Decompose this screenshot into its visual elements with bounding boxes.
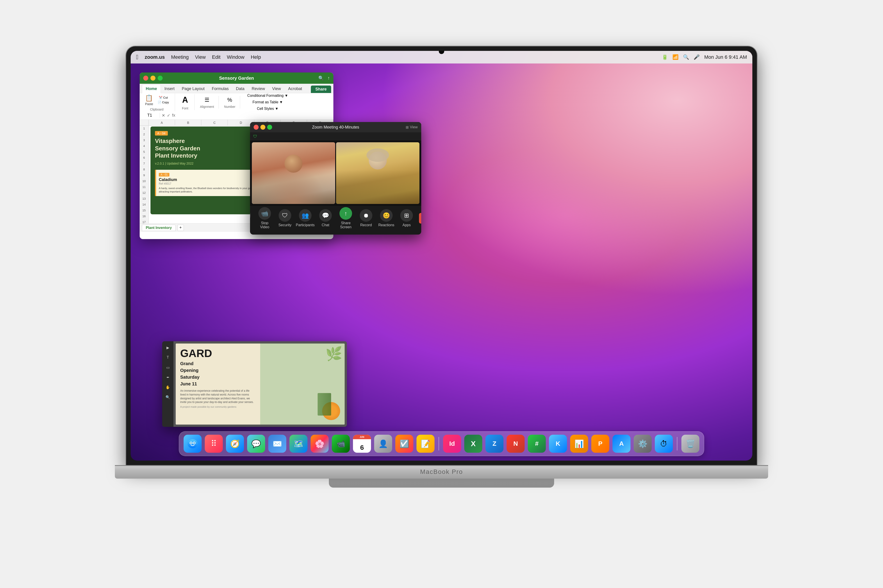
copy-button[interactable]: 📄 Copy — [156, 100, 170, 105]
pen-tool[interactable]: ✒ — [164, 373, 172, 381]
paste-button[interactable]: 📋 Paste — [143, 93, 155, 107]
news-icon: N — [513, 440, 518, 447]
record-button[interactable]: ⏺ Record — [358, 209, 374, 227]
dock-reminders[interactable]: ☑️ — [395, 435, 413, 453]
indesign-icon: Id — [450, 440, 455, 447]
help-menu[interactable]: Help — [251, 54, 261, 60]
security-button[interactable]: 🛡 Security — [277, 209, 293, 227]
apple-logo-icon[interactable]:  — [136, 54, 138, 61]
cut-button[interactable]: ✂️ Cut — [156, 96, 170, 100]
close-button[interactable] — [143, 76, 148, 81]
dock-trash[interactable]: 🗑️ — [681, 435, 699, 453]
meeting-menu[interactable]: Meeting — [171, 54, 188, 60]
rect-tool[interactable]: ▭ — [164, 363, 172, 372]
fx-icon[interactable]: fx — [172, 113, 175, 118]
dock-calendar[interactable]: JUN 6 — [353, 435, 371, 453]
excel-titlebar: Sensory Garden 🔍 ↑ — [140, 72, 333, 84]
apps-button[interactable]: ⊞ Apps — [399, 209, 414, 227]
dock-photos[interactable]: 🌸 — [311, 435, 329, 453]
dock-settings[interactable]: ⚙️ — [634, 435, 652, 453]
plant-inventory-tab[interactable]: Plant Inventory — [142, 225, 176, 231]
dock-indesign[interactable]: Id — [443, 435, 461, 453]
tab-page-layout[interactable]: Page Layout — [178, 85, 208, 93]
font-selector[interactable]: A — [181, 94, 190, 106]
search-icon[interactable]: 🔍 — [318, 75, 324, 81]
share-icon[interactable]: ↑ — [328, 75, 330, 81]
share-screen-button[interactable]: ↑ Share Screen — [338, 207, 354, 229]
zoom-minimize-button[interactable] — [260, 125, 265, 130]
tab-formulas[interactable]: Formulas — [208, 85, 232, 93]
dock-numbers[interactable]: # — [528, 435, 546, 453]
tab-home[interactable]: Home — [142, 84, 161, 93]
dock-keynote[interactable]: K — [549, 435, 567, 453]
dock-launchpad[interactable]: ⠿ — [205, 435, 223, 453]
cell-reference[interactable]: T1 — [142, 113, 160, 118]
tab-acrobat[interactable]: Acrobat — [284, 85, 306, 93]
dock-bars[interactable]: 📊 — [570, 435, 588, 453]
stop-video-button[interactable]: 📹 Stop Video — [257, 207, 272, 229]
reactions-button[interactable]: 😊 Reactions — [378, 209, 394, 227]
mail-icon: ✉️ — [272, 439, 282, 448]
cancel-formula-icon[interactable]: ✕ — [162, 113, 165, 118]
confirm-formula-icon[interactable]: ✓ — [167, 113, 170, 118]
dock-screentime[interactable]: ⏱ — [655, 435, 673, 453]
messages-icon: 💬 — [251, 439, 261, 448]
badge-a04: A - 04 — [155, 131, 168, 135]
dock-safari[interactable]: 🧭 — [226, 435, 244, 453]
chat-button[interactable]: 💬 Chat — [317, 209, 333, 227]
indesign-inner: ▶ T ▭ ✒ ✋ 🔍 GARD — [162, 341, 347, 427]
text-tool[interactable]: T — [164, 353, 172, 362]
dock-excel[interactable]: X — [464, 435, 482, 453]
fullscreen-button[interactable] — [158, 76, 162, 81]
participant-1-video — [252, 142, 335, 204]
participant-2 — [336, 142, 420, 204]
indesign-window[interactable]: ▶ T ▭ ✒ ✋ 🔍 GARD — [162, 341, 347, 427]
tab-review[interactable]: Review — [248, 85, 269, 93]
format-as-table-button[interactable]: Format as Table ▼ — [245, 99, 290, 105]
conditional-formatting-button[interactable]: Conditional Formatting ▼ — [245, 93, 290, 99]
dock-finder[interactable] — [184, 435, 202, 453]
zoom-tool[interactable]: 🔍 — [164, 393, 172, 401]
window-menu[interactable]: Window — [227, 54, 244, 60]
zoom-view-button[interactable]: ⊞ View — [406, 125, 418, 129]
apps-label: Apps — [403, 223, 411, 227]
dock-facetime[interactable]: 📹 — [332, 435, 350, 453]
dock-notes[interactable]: 📝 — [417, 435, 435, 453]
reactions-label: Reactions — [378, 223, 394, 227]
col-b-header: B — [175, 120, 202, 125]
zoom-fullscreen-button[interactable] — [267, 125, 272, 130]
hand-tool[interactable]: ✋ — [164, 383, 172, 391]
share-button[interactable]: Share — [311, 86, 331, 93]
align-button[interactable]: ☰ — [203, 96, 211, 104]
number-format-button[interactable]: % — [226, 96, 234, 104]
dock-maps[interactable]: 🗺️ — [289, 435, 307, 453]
mute-button[interactable]: 🎤 Mute — [250, 209, 252, 227]
dock-pages[interactable]: P — [591, 435, 609, 453]
clock: Mon Jun 6 9:41 AM — [704, 54, 747, 60]
select-tool[interactable]: ▶ — [164, 344, 172, 352]
font-group: A Font — [181, 94, 195, 110]
hinge-line — [115, 465, 768, 466]
alignment-label: Alignment — [200, 105, 214, 108]
dock-messages[interactable]: 💬 — [247, 435, 265, 453]
zoom-window[interactable]: Zoom Meeting 40-Minutes ⊞ View 🛡 — [250, 122, 421, 235]
participants-button[interactable]: 👥 Participants — [297, 209, 313, 227]
minimize-button[interactable] — [150, 76, 155, 81]
tab-view[interactable]: View — [269, 85, 284, 93]
zoom-close-button[interactable] — [254, 125, 259, 130]
dock-zoom[interactable]: Z — [486, 435, 504, 453]
search-icon[interactable]: 🔍 — [683, 54, 689, 60]
end-meeting-button[interactable]: End — [419, 213, 421, 224]
dock-contacts[interactable]: 👤 — [374, 435, 392, 453]
dock-news[interactable]: N — [507, 435, 525, 453]
app-name-menu[interactable]: zoom.us — [144, 54, 165, 60]
edit-menu[interactable]: Edit — [212, 54, 221, 60]
dock-mail[interactable]: ✉️ — [268, 435, 286, 453]
view-menu[interactable]: View — [195, 54, 206, 60]
tab-insert[interactable]: Insert — [161, 85, 178, 93]
cell-styles-button[interactable]: Cell Styles ▼ — [245, 106, 290, 112]
add-sheet-button[interactable]: + — [178, 225, 184, 231]
tab-data[interactable]: Data — [232, 85, 248, 93]
dock-appstore[interactable]: A — [612, 435, 630, 453]
siri-icon[interactable]: 🎤 — [693, 54, 699, 60]
